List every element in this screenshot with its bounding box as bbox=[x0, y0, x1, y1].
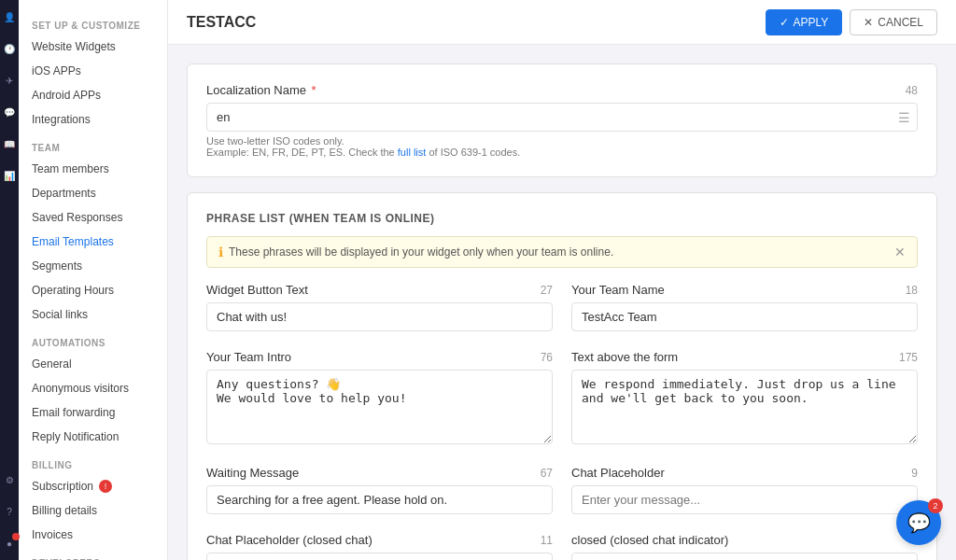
sidebar-item-general[interactable]: General bbox=[19, 352, 167, 376]
localization-input[interactable] bbox=[206, 103, 918, 132]
chat-placeholder-row: Chat Placeholder 9 bbox=[571, 466, 918, 480]
team-name-count: 18 bbox=[906, 284, 918, 297]
localization-input-wrapper: ☰ bbox=[206, 103, 918, 132]
alert-banner: ℹ These phrases will be displayed in you… bbox=[206, 236, 918, 268]
sidebar-item-reply-notification[interactable]: Reply Notification bbox=[19, 425, 167, 449]
closed-indicator-label: closed (closed chat indicator) bbox=[571, 533, 728, 547]
main-panel: TESTACC ✓ APPLY ✕ CANCEL Localization Na… bbox=[168, 0, 956, 560]
sidebar-item-saved-responses[interactable]: Saved Responses bbox=[19, 205, 167, 230]
chat-placeholder-label: Chat Placeholder bbox=[571, 466, 665, 480]
sidebar-item-subscription[interactable]: Subscription ! bbox=[19, 474, 167, 498]
settings-icon[interactable]: ⚙ bbox=[2, 472, 17, 487]
chat-placeholder-count: 9 bbox=[911, 467, 918, 480]
team-intro-textarea[interactable]: Any questions? 👋 We would love to help y… bbox=[206, 370, 553, 444]
chat-placeholder-closed-count: 11 bbox=[541, 534, 553, 547]
user-notification-badge bbox=[12, 533, 20, 540]
widget-button-text-field: Widget Button Text 27 bbox=[206, 283, 553, 331]
alert-close-button[interactable]: ✕ bbox=[894, 245, 906, 259]
required-indicator: * bbox=[312, 83, 316, 97]
analytics-icon[interactable]: 📊 bbox=[2, 168, 17, 183]
phrase-list-card: PHRASE LIST (WHEN TEAM IS ONLINE) ℹ Thes… bbox=[187, 192, 937, 560]
waiting-message-field: Waiting Message 67 bbox=[206, 466, 553, 514]
widget-button-text-count: 27 bbox=[541, 284, 553, 297]
localization-hint: Use two-letter ISO codes only. Example: … bbox=[206, 135, 918, 158]
closed-indicator-row: closed (closed chat indicator) 6 bbox=[571, 533, 918, 547]
team-intro-count: 76 bbox=[541, 351, 553, 364]
team-intro-field: Your Team Intro 76 Any questions? 👋 We w… bbox=[206, 350, 553, 447]
team-intro-row: Your Team Intro 76 bbox=[206, 350, 553, 364]
sidebar-item-anonymous-visitors[interactable]: Anonymous visitors bbox=[19, 376, 167, 400]
help-icon[interactable]: ? bbox=[2, 504, 17, 519]
icon-bar: 👤 🕐 ✈ 💬 📖 📊 ⚙ ? ● bbox=[0, 0, 19, 560]
team-name-field: Your Team Name 18 bbox=[571, 283, 918, 331]
history-icon[interactable]: 🕐 bbox=[2, 41, 17, 56]
chat-placeholder-closed-field: Chat Placeholder (closed chat) 11 bbox=[206, 533, 553, 560]
chat-placeholder-input[interactable] bbox=[571, 485, 918, 514]
chat-bubble[interactable]: 💬 2 bbox=[896, 500, 941, 545]
header: TESTACC ✓ APPLY ✕ CANCEL bbox=[168, 0, 956, 45]
sidebar-section-developers: DEVELOPERS bbox=[19, 547, 167, 560]
team-name-input[interactable] bbox=[571, 302, 918, 331]
text-above-form-label: Text above the form bbox=[571, 350, 678, 364]
phrase-list-header: PHRASE LIST (WHEN TEAM IS ONLINE) bbox=[206, 212, 918, 225]
text-above-form-field: Text above the form 175 We respond immed… bbox=[571, 350, 918, 447]
docs-icon[interactable]: 📖 bbox=[2, 136, 17, 151]
full-list-link[interactable]: full list bbox=[398, 147, 427, 158]
sidebar-item-social-links[interactable]: Social links bbox=[19, 302, 167, 327]
sidebar-item-ios-apps[interactable]: iOS APPs bbox=[19, 59, 167, 83]
sidebar-section-billing: BILLING bbox=[19, 449, 167, 474]
closed-indicator-input[interactable] bbox=[571, 553, 918, 560]
sidebar-section-setup: SET UP & CUSTOMIZE bbox=[19, 9, 167, 35]
widget-button-text-input[interactable] bbox=[206, 302, 553, 331]
team-name-row: Your Team Name 18 bbox=[571, 283, 918, 297]
subscription-badge: ! bbox=[99, 480, 112, 493]
sidebar-item-departments[interactable]: Departments bbox=[19, 181, 167, 205]
header-actions: ✓ APPLY ✕ CANCEL bbox=[766, 9, 938, 35]
team-intro-label: Your Team Intro bbox=[206, 350, 291, 364]
sidebar-item-invoices[interactable]: Invoices bbox=[19, 523, 167, 547]
text-above-form-count: 175 bbox=[899, 351, 918, 364]
localization-card: Localization Name * 48 ☰ Use two-letter … bbox=[187, 63, 937, 177]
sidebar-item-website-widgets[interactable]: Website Widgets bbox=[19, 35, 167, 59]
sidebar-section-team: TEAM bbox=[19, 132, 167, 157]
chat-icon[interactable]: 💬 bbox=[2, 105, 17, 119]
localization-label: Localization Name * bbox=[206, 83, 316, 97]
waiting-message-label: Waiting Message bbox=[206, 466, 299, 480]
waiting-message-input[interactable] bbox=[206, 485, 553, 514]
page-title: TESTACC bbox=[187, 14, 256, 31]
sidebar-item-email-forwarding[interactable]: Email forwarding bbox=[19, 400, 167, 425]
sidebar-item-email-templates[interactable]: Email Templates bbox=[19, 230, 167, 254]
apply-icon: ✓ bbox=[780, 16, 789, 29]
chat-bubble-badge: 2 bbox=[928, 498, 943, 513]
text-above-form-textarea[interactable]: We respond immediately. Just drop us a l… bbox=[571, 370, 918, 444]
text-above-form-row: Text above the form 175 bbox=[571, 350, 918, 364]
widget-button-text-label: Widget Button Text bbox=[206, 283, 308, 297]
chat-placeholder-closed-input[interactable] bbox=[206, 553, 553, 560]
list-icon: ☰ bbox=[898, 110, 910, 125]
widget-button-text-row: Widget Button Text 27 bbox=[206, 283, 553, 297]
alert-banner-content: ℹ These phrases will be displayed in you… bbox=[218, 245, 613, 259]
chat-placeholder-field: Chat Placeholder 9 bbox=[571, 466, 918, 514]
sidebar-item-team-members[interactable]: Team members bbox=[19, 157, 167, 181]
chat-placeholder-closed-row: Chat Placeholder (closed chat) 11 bbox=[206, 533, 553, 547]
apply-button[interactable]: ✓ APPLY bbox=[766, 9, 843, 35]
cancel-button[interactable]: ✕ CANCEL bbox=[850, 9, 937, 35]
sidebar: SET UP & CUSTOMIZE Website Widgets iOS A… bbox=[19, 0, 168, 560]
waiting-message-count: 67 bbox=[541, 467, 553, 480]
sidebar-item-integrations[interactable]: Integrations bbox=[19, 107, 167, 132]
sidebar-item-segments[interactable]: Segments bbox=[19, 254, 167, 278]
waiting-message-row: Waiting Message 67 bbox=[206, 466, 553, 480]
sidebar-section-automations: AUTOMATIONS bbox=[19, 327, 167, 352]
cancel-icon: ✕ bbox=[864, 16, 873, 29]
sidebar-item-billing-details[interactable]: Billing details bbox=[19, 498, 167, 523]
content-area: Localization Name * 48 ☰ Use two-letter … bbox=[168, 45, 956, 560]
sidebar-item-operating-hours[interactable]: Operating Hours bbox=[19, 278, 167, 302]
contacts-icon[interactable]: 👤 bbox=[2, 9, 17, 24]
info-icon: ℹ bbox=[218, 245, 223, 259]
sidebar-item-android-apps[interactable]: Android APPs bbox=[19, 83, 167, 107]
phrase-fields-grid: Widget Button Text 27 Your Team Name 18 bbox=[206, 283, 918, 560]
user-icon[interactable]: ● bbox=[2, 536, 17, 551]
chat-placeholder-closed-label: Chat Placeholder (closed chat) bbox=[206, 533, 373, 547]
send-icon[interactable]: ✈ bbox=[2, 73, 17, 88]
alert-text: These phrases will be displayed in your … bbox=[229, 245, 613, 259]
